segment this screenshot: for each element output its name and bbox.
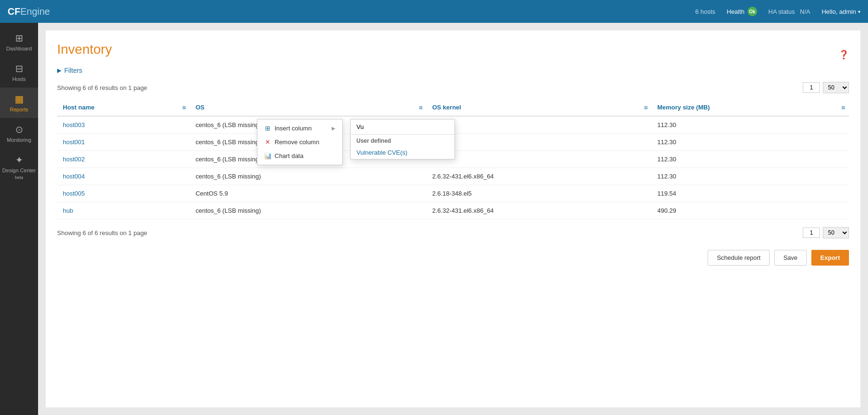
filters-toggle[interactable]: ▶ Filters xyxy=(57,67,82,74)
cell-memory: 112.30 xyxy=(651,116,849,134)
page-title: Inventory xyxy=(57,42,849,57)
hostname-link[interactable]: hub xyxy=(63,207,73,214)
col-header-memory-size: Memory size (MB) ≡ xyxy=(651,99,849,116)
schedule-report-button[interactable]: Schedule report xyxy=(708,250,769,266)
cell-os-kernel xyxy=(426,134,651,151)
user-menu-caret: ▾ xyxy=(858,9,860,14)
autocomplete-search-input[interactable] xyxy=(351,119,454,135)
filters-chevron-icon: ▶ xyxy=(57,67,61,74)
col-header-os-kernel: OS kernel ≡ xyxy=(426,99,651,116)
insert-column-label: Insert column xyxy=(275,125,312,132)
cell-memory: 112.30 xyxy=(651,134,849,151)
insert-column-arrow-icon: ▶ xyxy=(332,126,335,131)
col-os-label: OS xyxy=(196,104,205,111)
user-menu[interactable]: Hello, admin ▾ xyxy=(822,8,860,15)
hostname-link[interactable]: host004 xyxy=(63,173,85,180)
save-button[interactable]: Save xyxy=(774,250,807,266)
table-row: hub centos_6 (LSB missing) 2.6.32-431.el… xyxy=(57,202,849,219)
sidebar-item-label-hosts: Hosts xyxy=(12,76,26,82)
page-number-input-top[interactable] xyxy=(803,82,820,93)
action-buttons: Schedule report Save Export xyxy=(57,250,849,266)
beta-badge: beta xyxy=(15,175,23,180)
cell-os: centos_6 (LSB missing) xyxy=(190,168,426,185)
insert-column-icon: ⊞ xyxy=(264,125,271,132)
chart-data-label: Chart data xyxy=(275,152,304,159)
autocomplete-item-vulnerable-cve[interactable]: Vulnerable CVE(s) xyxy=(351,146,454,159)
col-hostname-menu-icon[interactable]: ≡ xyxy=(182,104,186,111)
filters-label: Filters xyxy=(64,67,82,74)
col-header-hostname: Host name ≡ xyxy=(57,99,190,116)
per-page-select-top[interactable]: 50 100 xyxy=(823,82,849,93)
per-page-select-bottom[interactable]: 50 100 xyxy=(823,227,849,238)
sidebar-item-label-dashboard: Dashboard xyxy=(6,46,32,51)
cell-os-kernel: 2.6.18-348.el5 xyxy=(426,185,651,202)
sidebar-item-label-monitoring: Monitoring xyxy=(7,137,31,143)
dashboard-icon: ⊞ xyxy=(15,32,23,44)
ha-value: N/A xyxy=(800,8,810,15)
cell-os-kernel: 2.6.32-431.el6.x86_64 xyxy=(426,168,651,185)
sidebar-item-dashboard[interactable]: ⊞ Dashboard xyxy=(0,27,38,57)
column-context-menu: ⊞ Insert column ▶ ✕ Remove column 📊 Char… xyxy=(257,119,343,165)
export-button[interactable]: Export xyxy=(811,250,849,266)
hostname-link[interactable]: host001 xyxy=(63,138,85,146)
table-row: host004 centos_6 (LSB missing) 2.6.32-43… xyxy=(57,168,849,185)
col-memory-size-menu-icon[interactable]: ≡ xyxy=(841,104,845,111)
showing-text-top: Showing 6 of 6 results on 1 page xyxy=(57,84,147,91)
remove-column-item[interactable]: ✕ Remove column xyxy=(257,135,342,149)
cell-hostname: host003 xyxy=(57,116,190,134)
remove-column-icon: ✕ xyxy=(264,138,271,146)
cell-hostname: host005 xyxy=(57,185,190,202)
filters-row: ▶ Filters xyxy=(57,67,849,74)
cell-os: centos_6 (LSB missing) xyxy=(190,202,426,219)
sidebar-item-label-reports: Reports xyxy=(10,107,29,112)
pagination-top: 50 100 xyxy=(803,82,849,93)
sidebar-item-reports[interactable]: ▦ Reports xyxy=(0,88,38,118)
cell-memory: 119.54 xyxy=(651,185,849,202)
sidebar-item-label-design-center: Design Center xyxy=(2,168,36,173)
health-label: Health xyxy=(727,8,745,15)
col-header-os: OS ≡ xyxy=(190,99,426,116)
table-row: host005 CentOS 5.9 2.6.18-348.el5 119.54 xyxy=(57,185,849,202)
cell-os: CentOS 5.9 xyxy=(190,185,426,202)
hostname-link[interactable]: host002 xyxy=(63,156,85,163)
sidebar-item-hosts[interactable]: ⊟ Hosts xyxy=(0,57,38,88)
ha-status: HA status N/A xyxy=(769,8,810,15)
col-os-kernel-menu-icon[interactable]: ≡ xyxy=(644,104,648,111)
cell-memory: 112.30 xyxy=(651,151,849,168)
col-os-kernel-label: OS kernel xyxy=(432,104,461,111)
content-panel: Inventory ❓ ▶ Filters Showing 6 of 6 res… xyxy=(46,30,860,407)
col-os-menu-icon[interactable]: ≡ xyxy=(419,104,423,111)
hostname-link[interactable]: host003 xyxy=(63,121,85,128)
user-label: Hello, admin xyxy=(822,8,856,15)
reports-icon: ▦ xyxy=(15,93,24,105)
hostname-link[interactable]: host005 xyxy=(63,190,85,197)
cell-os-kernel xyxy=(426,116,651,134)
monitoring-icon: ⊙ xyxy=(15,124,23,135)
topnav-right: 6 hosts Health Ok HA status N/A Hello, a… xyxy=(695,7,860,16)
results-info-top: Showing 6 of 6 results on 1 page 50 100 xyxy=(57,82,849,93)
chart-data-item[interactable]: 📊 Chart data xyxy=(257,149,342,163)
chart-data-icon: 📊 xyxy=(264,152,271,159)
cell-memory: 112.30 xyxy=(651,168,849,185)
insert-column-item[interactable]: ⊞ Insert column ▶ xyxy=(257,121,342,135)
cell-hostname: host002 xyxy=(57,151,190,168)
results-info-bottom: Showing 6 of 6 results on 1 page 50 100 xyxy=(57,227,849,238)
health-ok-indicator: Ok xyxy=(748,7,757,16)
top-navigation: CFEngine 6 hosts Health Ok HA status N/A… xyxy=(0,0,868,23)
sidebar-item-monitoring[interactable]: ⊙ Monitoring xyxy=(0,118,38,148)
hosts-icon: ⊟ xyxy=(15,63,23,74)
main-content: Inventory ❓ ▶ Filters Showing 6 of 6 res… xyxy=(38,23,868,415)
sidebar-item-design-center[interactable]: ✦ Design Center beta xyxy=(0,148,38,186)
autocomplete-panel: User defined Vulnerable CVE(s) xyxy=(350,119,455,159)
bottom-section: Showing 6 of 6 results on 1 page 50 100 … xyxy=(57,227,849,266)
brand-engine: Engine xyxy=(20,6,50,17)
cell-memory: 490.29 xyxy=(651,202,849,219)
showing-text-bottom: Showing 6 of 6 results on 1 page xyxy=(57,229,147,237)
table-wrapper: Host name ≡ OS ≡ OS kernel ≡ Memory si xyxy=(57,99,849,219)
page-number-input-bottom[interactable] xyxy=(803,227,820,238)
cell-hostname: hub xyxy=(57,202,190,219)
help-icon[interactable]: ❓ xyxy=(838,49,849,60)
hosts-count: 6 hosts xyxy=(695,8,715,15)
cell-os-kernel: 2.6.32-431.el6.x86_64 xyxy=(426,202,651,219)
cell-os-kernel xyxy=(426,151,651,168)
